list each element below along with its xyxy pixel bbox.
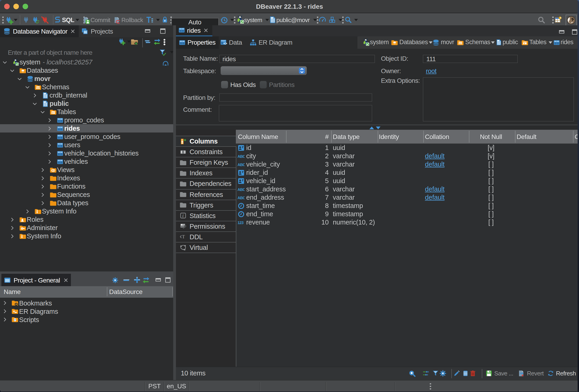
svg-text:<>: <> [223, 41, 227, 45]
